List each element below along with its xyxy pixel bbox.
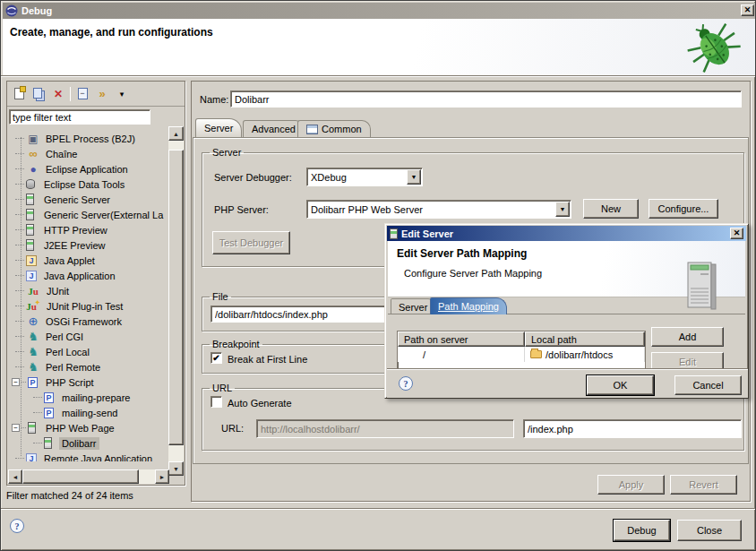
- tree-item[interactable]: −PPHP Script: [8, 375, 173, 390]
- database-icon: [26, 179, 35, 189]
- test-debugger-button[interactable]: Test Debugger: [212, 231, 290, 254]
- new-server-button[interactable]: New: [583, 199, 639, 219]
- url-label: URL:: [221, 423, 244, 434]
- window-titlebar[interactable]: Debug: [3, 3, 755, 19]
- tab-advanced[interactable]: Advanced: [243, 120, 305, 137]
- collapse-all-icon[interactable]: −: [74, 86, 90, 101]
- tree-item[interactable]: Eclipse Data Tools: [8, 176, 173, 192]
- scroll-down-button[interactable]: ▼: [168, 461, 184, 476]
- tree-vertical-scrollbar[interactable]: ▲ ▼: [168, 126, 184, 476]
- perl-icon: ♞: [26, 331, 40, 343]
- debug-button[interactable]: Debug: [614, 520, 670, 541]
- help-icon[interactable]: ?: [399, 376, 413, 391]
- banner-separator: [1, 75, 756, 77]
- scroll-up-button[interactable]: ▲: [168, 126, 184, 141]
- tree-item[interactable]: ●Eclipse Application: [8, 161, 173, 176]
- column-header-local-path[interactable]: Local path: [525, 331, 645, 347]
- tree-item[interactable]: Pmailing-send: [8, 405, 173, 420]
- tree-horizontal-scrollbar[interactable]: ◄ ►: [8, 469, 169, 484]
- name-input[interactable]: [230, 90, 742, 108]
- dialog-titlebar[interactable]: Edit Server ✕: [387, 226, 746, 241]
- chevron-down-icon[interactable]: ▼: [407, 169, 421, 185]
- scroll-right-button[interactable]: ►: [155, 469, 169, 484]
- path-mapping-table[interactable]: Path on server Local path / /dolibarr/ht…: [397, 331, 646, 370]
- tree-item[interactable]: ♞Perl Local: [8, 344, 173, 359]
- php-icon: P: [44, 392, 54, 403]
- auto-generate-label: Auto Generate: [228, 398, 292, 409]
- tree-item[interactable]: ♞Perl Remote: [8, 359, 173, 375]
- sidebar-toolbar: ✕ − » ▾: [7, 82, 185, 107]
- tree-item[interactable]: Generic Server(External La: [8, 207, 173, 222]
- toolbar-menu-icon[interactable]: ▾: [114, 86, 130, 101]
- debug-configurations-window: Debug ✕ Create, manage, and run configur…: [0, 0, 756, 551]
- tree-item[interactable]: JJava Applet: [8, 253, 173, 268]
- tree-item[interactable]: ♞Perl CGI: [8, 329, 173, 344]
- junit-icon: Ju: [26, 285, 40, 297]
- osgi-icon: ⊕: [26, 315, 40, 328]
- check-icon: ✔: [212, 353, 219, 363]
- vertical-scroll-thumb[interactable]: [168, 150, 184, 445]
- dialog-button-bar: ? OK Cancel: [387, 368, 748, 398]
- close-icon: ✕: [734, 228, 741, 238]
- table-row[interactable]: / /dolibarr/htdocs: [398, 347, 645, 362]
- tree-item[interactable]: Generic Server: [8, 192, 173, 207]
- collapse-toggle[interactable]: −: [12, 424, 20, 432]
- cell-path-on-server: /: [398, 347, 525, 362]
- url-path-input[interactable]: [523, 419, 742, 438]
- auto-generate-checkbox[interactable]: [210, 396, 222, 408]
- name-label: Name:: [200, 94, 228, 105]
- tree-item[interactable]: Pmailing-prepare: [8, 390, 173, 405]
- tree-item[interactable]: −PHP Web Page: [8, 420, 173, 435]
- table-icon: [306, 125, 318, 134]
- tree-item[interactable]: JJava Application: [8, 268, 173, 283]
- tree-item-selected[interactable]: Dolibarr: [8, 435, 173, 451]
- java-application-icon: J: [26, 271, 37, 281]
- close-button[interactable]: Close: [677, 520, 742, 541]
- duplicate-configuration-icon[interactable]: [30, 86, 47, 101]
- tree-item[interactable]: J2EE Preview: [8, 237, 173, 253]
- tree-item[interactable]: ▣BPEL Process (B2J): [8, 131, 173, 146]
- tree-item[interactable]: JRemote Java Application: [8, 451, 173, 461]
- php-server-combo[interactable]: Dolibarr PHP Web Server ▼: [306, 200, 571, 219]
- tree-item[interactable]: ⊕OSGi Framework: [8, 314, 173, 329]
- php-server-label: PHP Server:: [214, 204, 269, 215]
- server-icon: [28, 422, 36, 434]
- window-close-button[interactable]: ✕: [741, 4, 754, 16]
- help-icon[interactable]: ?: [10, 519, 24, 533]
- configure-server-button[interactable]: Configure...: [649, 199, 718, 219]
- folder-icon: [530, 350, 542, 358]
- scroll-left-icon: ◄: [13, 474, 19, 480]
- server-debugger-combo[interactable]: XDebug ▼: [306, 168, 423, 186]
- apply-button[interactable]: Apply: [597, 475, 665, 495]
- server-tower-icon: [681, 261, 722, 311]
- delete-configuration-icon[interactable]: ✕: [50, 86, 66, 101]
- add-mapping-button[interactable]: Add: [651, 327, 724, 347]
- chain-icon: ∞: [26, 148, 40, 160]
- cancel-button[interactable]: Cancel: [674, 375, 742, 395]
- dialog-tab-server[interactable]: Server: [391, 298, 435, 314]
- server-icon: [26, 224, 34, 236]
- tab-common[interactable]: Common: [297, 120, 371, 137]
- ok-button[interactable]: OK: [587, 375, 654, 395]
- minus-glyph: −: [80, 89, 84, 98]
- tab-server[interactable]: Server: [195, 118, 242, 137]
- filter-icon[interactable]: »: [94, 86, 110, 101]
- tree-item[interactable]: ∞Chaîne: [8, 146, 173, 161]
- column-header-path-on-server[interactable]: Path on server: [398, 331, 525, 347]
- collapse-toggle[interactable]: −: [12, 378, 20, 386]
- chevron-down-icon[interactable]: ▼: [555, 202, 570, 217]
- type-filter-input[interactable]: [9, 109, 150, 125]
- scroll-left-button[interactable]: ◄: [8, 469, 22, 484]
- horizontal-scroll-thumb[interactable]: [22, 469, 139, 484]
- tree-item[interactable]: JuJUnit: [8, 283, 173, 298]
- toolbar-separator: [70, 87, 71, 101]
- break-first-line-checkbox[interactable]: ✔: [210, 352, 222, 364]
- new-configuration-icon[interactable]: [11, 86, 27, 101]
- revert-button[interactable]: Revert: [670, 475, 737, 495]
- dialog-tab-path-mapping[interactable]: Path Mapping: [430, 297, 507, 314]
- dialog-close-button[interactable]: ✕: [730, 228, 743, 239]
- edit-server-dialog: Edit Server ✕ Edit Server Path Mapping C…: [384, 223, 749, 399]
- tree-item[interactable]: Ju✦JUnit Plug-in Test: [8, 298, 173, 314]
- dialog-banner: Edit Server Path Mapping Configure Serve…: [388, 241, 745, 297]
- tree-item[interactable]: HTTP Preview: [8, 222, 173, 237]
